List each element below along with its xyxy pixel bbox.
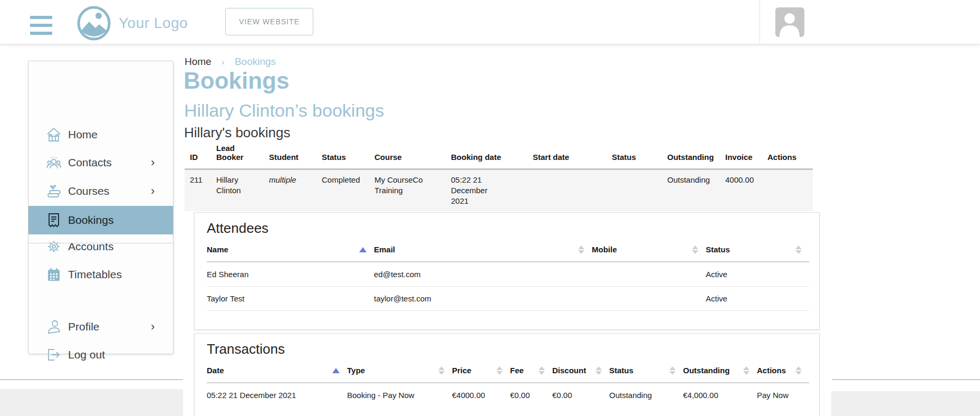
transaction-fee: €0.00 [510,383,552,407]
col-invoice: Invoice [720,144,762,169]
col-lead-booker: Lead Booker [211,144,264,169]
col-status-2: Status [607,144,662,169]
transactions-col-price[interactable]: Price [452,361,510,383]
bookings-header-row: ID Lead Booker Student Status Course Boo… [185,144,813,169]
transactions-col-type[interactable]: Type [347,361,452,383]
sort-ascending-icon [332,368,340,373]
breadcrumb-home-link[interactable]: Home [185,56,212,67]
booking-date: 05:22 21 December 2021 [446,169,527,212]
page-background-block [831,391,980,416]
sidebar-item-contacts[interactable]: Contacts › [28,148,173,177]
pay-now-action[interactable]: Pay Now [757,383,809,407]
sidebar-item-profile[interactable]: Profile › [28,313,173,341]
topbar-divider [760,0,760,44]
transactions-title: Transactions [207,341,819,357]
chevron-right-icon: › [151,156,155,169]
sidebar-item-courses[interactable]: Courses › [28,177,173,205]
sort-icon [692,245,698,254]
col-start-date: Start date [527,144,607,169]
attendees-table: Name Email Mobile Status [207,240,809,311]
col-course: Course [369,144,446,169]
sort-icon [795,245,802,254]
sidebar-item-home[interactable]: Home [28,120,173,149]
top-bar: Your Logo VIEW WEBSITE [0,0,980,44]
section-title: Hillary's bookings [184,125,291,141]
logo-text: Your Logo [119,15,188,32]
booking-outstanding: Outstanding [662,169,720,212]
attendee-name: Taylor Test [207,287,374,311]
transactions-panel: Transactions Date Type Price [194,333,820,416]
attendee-status: Active [706,287,809,311]
attendee-email: ed@test.com [374,262,592,287]
bookings-icon [46,212,62,228]
sort-icon [795,366,802,375]
transaction-discount: €0.00 [552,383,609,407]
sort-icon [539,366,545,375]
col-id: ID [185,144,211,169]
sort-icon [578,245,584,254]
user-avatar[interactable] [775,7,804,37]
transactions-col-outstanding[interactable]: Outstanding [683,361,757,383]
col-booking-date: Booking date [446,144,527,169]
attendee-email: taylor@test.com [374,287,592,311]
page-subtitle: Hillary Clinton’s bookings [184,100,384,121]
transactions-table: Date Type Price Fee Discount [207,361,809,407]
timetables-calendar-icon [46,267,62,282]
col-outstanding: Outstanding [662,144,720,169]
logo-image-icon [76,6,111,41]
breadcrumb-separator: › [222,57,225,67]
view-website-button[interactable]: VIEW WEBSITE [225,8,313,35]
page-title: Bookings [184,68,289,94]
sort-icon [669,366,676,375]
attendee-name: Ed Sheeran [207,262,374,287]
breadcrumb-current[interactable]: Bookings [235,56,276,67]
transaction-date: 05:22 21 December 2021 [207,383,347,407]
accounts-gear-icon [46,239,62,254]
attendees-panel: Attendees Name Email Mobile Status [194,212,820,330]
attendee-mobile [592,287,706,311]
sidebar-item-accounts[interactable]: Accounts [28,232,173,261]
chevron-right-icon: › [151,320,155,334]
booking-student: multiple [264,169,316,212]
attendees-header-row: Name Email Mobile Status [207,240,809,262]
sidebar: Home Contacts › Courses › [28,61,174,354]
attendees-col-status[interactable]: Status [706,240,809,262]
booking-start-date [527,169,607,212]
sidebar-item-timetables[interactable]: Timetables [28,260,173,289]
attendees-col-email[interactable]: Email [374,240,592,262]
breadcrumb: Home › Bookings [185,56,276,68]
booking-row[interactable]: 211 Hillary Clinton multiple Completed M… [185,169,813,212]
contacts-icon [46,155,62,171]
transaction-row: 05:22 21 December 2021 Booking - Pay Now… [207,383,809,407]
booking-invoice: 4000.00 [720,169,762,212]
logout-icon [46,347,62,363]
col-status: Status [316,144,369,169]
sidebar-item-logout[interactable]: Log out [28,341,173,369]
transactions-col-date[interactable]: Date [207,361,347,383]
hamburger-menu-icon[interactable] [30,16,52,38]
attendees-title: Attendees [207,220,819,237]
sidebar-item-bookings[interactable]: Bookings [28,206,173,234]
col-actions: Actions [762,144,813,169]
bookings-table: ID Lead Booker Student Status Course Boo… [185,144,813,211]
courses-icon [46,183,62,199]
attendees-col-name[interactable]: Name [207,240,374,262]
attendees-col-mobile[interactable]: Mobile [592,240,706,262]
transaction-type: Booking - Pay Now [347,383,452,407]
attendee-row: Taylor Test taylor@test.com Active [207,287,809,311]
transactions-col-status[interactable]: Status [609,361,683,383]
page-background-block [0,389,183,416]
attendee-status: Active [706,262,809,287]
transaction-outstanding: €4,000.00 [683,383,757,407]
sort-icon [595,366,602,375]
transaction-status: Outstanding [609,383,683,407]
sort-icon [496,366,503,375]
transactions-col-discount[interactable]: Discount [552,361,609,383]
content-bottom-border [832,379,980,380]
chevron-right-icon: › [151,184,155,198]
transactions-col-actions[interactable]: Actions [757,361,809,383]
transactions-col-fee[interactable]: Fee [510,361,552,383]
logo[interactable]: Your Logo [76,6,188,41]
sort-ascending-icon [359,247,367,252]
attendee-mobile [592,262,706,287]
